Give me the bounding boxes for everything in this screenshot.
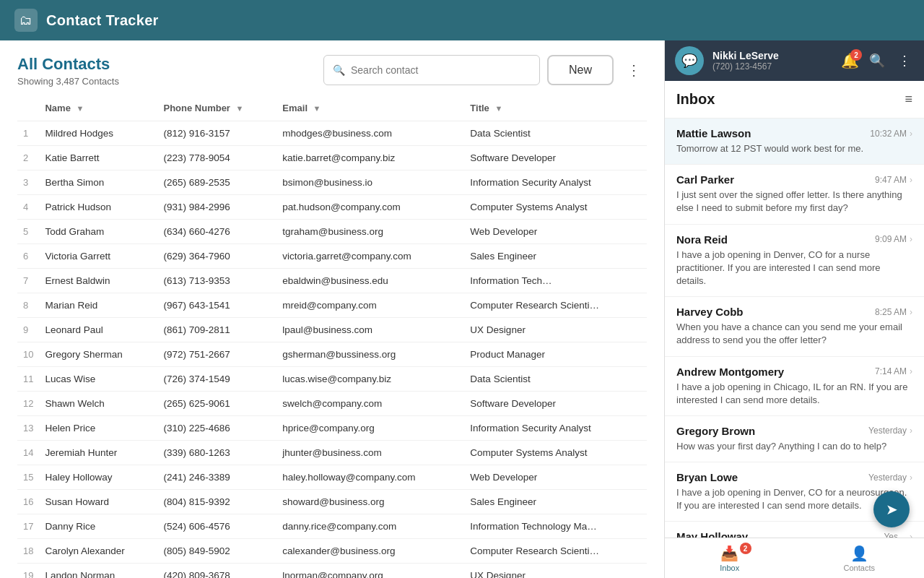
menu-button[interactable]: ⋮ (895, 50, 914, 72)
filter-icon[interactable]: ≡ (905, 92, 912, 107)
contact-phone: (972) 751-2667 (157, 342, 276, 367)
message-time: 10:32 AM › (870, 129, 912, 139)
table-row[interactable]: 12 Shawn Welch (265) 625-9061 swelch@com… (17, 392, 647, 416)
table-row[interactable]: 9 Leonard Paul (861) 709-2811 lpaul@busi… (17, 318, 647, 342)
message-item[interactable]: Nora Reid 9:09 AM › I have a job opening… (665, 225, 924, 298)
contact-title: Computer Systems Analyst (464, 195, 647, 220)
contact-email: lucas.wise@company.biz (276, 367, 464, 392)
row-number: 16 (17, 490, 39, 514)
contact-name: Helen Price (39, 416, 157, 441)
message-header: Harvey Cobb 8:25 AM › (676, 306, 912, 318)
message-item[interactable]: Gregory Brown Yesterday › How was your f… (665, 416, 924, 462)
contact-title: UX Designer (464, 318, 647, 342)
phone-column-header[interactable]: Phone Number ▼ (157, 95, 276, 121)
contact-email: swelch@company.com (276, 392, 464, 416)
table-row[interactable]: 18 Carolyn Alexander (805) 849-5902 cale… (17, 539, 647, 564)
table-row[interactable]: 5 Todd Graham (634) 660-4276 tgraham@bus… (17, 220, 647, 244)
contact-name: Lucas Wise (39, 367, 157, 392)
message-sender: Andrew Montgomery (676, 366, 784, 378)
search-box[interactable]: 🔍 (323, 55, 540, 85)
message-preview: I have a job opening in Chicago, IL for … (676, 381, 912, 407)
search-input[interactable] (351, 64, 531, 76)
app-title: Contact Tracker (46, 12, 159, 29)
row-number: 7 (17, 269, 39, 293)
contact-name: Katie Barrett (39, 146, 157, 171)
contact-title: Information Tech… (464, 269, 647, 293)
table-row[interactable]: 16 Susan Howard (804) 815-9392 showard@b… (17, 490, 647, 514)
left-panel: All Contacts Showing 3,487 Contacts 🔍 Ne… (0, 40, 664, 578)
message-header: Bryan Lowe Yesterday › (676, 471, 912, 483)
contact-title: Information Security Analyst (464, 171, 647, 195)
inbox-tab-label: Inbox (720, 564, 739, 572)
inbox-tab[interactable]: 📥 Inbox 2 (665, 538, 795, 578)
user-info: Nikki LeServe (720) 123-4567 (712, 50, 832, 72)
message-time: 7:14 AM › (875, 366, 912, 376)
contact-name: Danny Rice (39, 514, 157, 539)
table-row[interactable]: 2 Katie Barrett (223) 778-9054 katie.bar… (17, 146, 647, 171)
table-row[interactable]: 6 Victoria Garrett (629) 364-7960 victor… (17, 244, 647, 269)
notification-badge: 2 (850, 49, 862, 61)
contact-email: showard@business.org (276, 490, 464, 514)
contact-title: Web Developer (464, 465, 647, 490)
row-number: 14 (17, 441, 39, 465)
row-number: 8 (17, 293, 39, 318)
table-row[interactable]: 8 Marian Reid (967) 643-1541 mreid@compa… (17, 293, 647, 318)
message-item[interactable]: Mattie Lawson 10:32 AM › Tomorrow at 12 … (665, 118, 924, 165)
table-row[interactable]: 17 Danny Rice (524) 606-4576 danny.rice@… (17, 514, 647, 539)
contact-title: Software Developer (464, 146, 647, 171)
more-options-button[interactable]: ⋮ (621, 56, 647, 85)
contact-name: Patrick Hudson (39, 195, 157, 220)
table-row[interactable]: 11 Lucas Wise (726) 374-1549 lucas.wise@… (17, 367, 647, 392)
row-number: 1 (17, 121, 39, 146)
table-row[interactable]: 19 Landon Norman (420) 809-3678 lnorman@… (17, 564, 647, 579)
contacts-tab-label: Contacts (844, 564, 875, 572)
table-row[interactable]: 1 Mildred Hodges (812) 916-3157 mhodges@… (17, 121, 647, 146)
title-column-header[interactable]: Title ▼ (464, 95, 647, 121)
table-row[interactable]: 14 Jeremiah Hunter (339) 680-1263 jhunte… (17, 441, 647, 465)
contact-name: Carolyn Alexander (39, 539, 157, 564)
table-row[interactable]: 15 Haley Holloway (241) 246-3389 haley.h… (17, 465, 647, 490)
contact-phone: (265) 689-2535 (157, 171, 276, 195)
table-row[interactable]: 3 Bertha Simon (265) 689-2535 bsimon@bus… (17, 171, 647, 195)
contact-title: Computer Research Scienti… (464, 539, 647, 564)
contact-phone: (805) 849-5902 (157, 539, 276, 564)
table-row[interactable]: 7 Ernest Baldwin (613) 713-9353 ebaldwin… (17, 269, 647, 293)
contact-email: tgraham@business.org (276, 220, 464, 244)
inbox-tab-icon: 📥 (720, 545, 738, 562)
table-row[interactable]: 4 Patrick Hudson (931) 984-2996 pat.huds… (17, 195, 647, 220)
contact-name: Bertha Simon (39, 171, 157, 195)
name-column-header[interactable]: Name ▼ (39, 95, 157, 121)
search-button[interactable]: 🔍 (866, 50, 888, 72)
message-time: Yes… › (884, 532, 912, 538)
phone-sort-icon: ▼ (236, 104, 244, 113)
contact-name: Gregory Sherman (39, 342, 157, 367)
message-item[interactable]: Harvey Cobb 8:25 AM › When you have a ch… (665, 297, 924, 356)
contacts-tab[interactable]: 👤 Contacts (795, 538, 925, 578)
new-button[interactable]: New (547, 55, 614, 85)
search-icon: 🔍 (333, 64, 345, 76)
chat-bubble-icon: 💬 (675, 46, 704, 75)
main-layout: All Contacts Showing 3,487 Contacts 🔍 Ne… (0, 40, 924, 578)
message-item[interactable]: Andrew Montgomery 7:14 AM › I have a job… (665, 357, 924, 416)
contact-email: haley.holloway@company.com (276, 465, 464, 490)
contact-title: Computer Systems Analyst (464, 441, 647, 465)
notification-area: 🔔 2 🔍 ⋮ (841, 50, 914, 72)
name-sort-icon: ▼ (77, 104, 84, 113)
contact-phone: (634) 660-4276 (157, 220, 276, 244)
email-column-header[interactable]: Email ▼ (276, 95, 464, 121)
message-header: Mattie Lawson 10:32 AM › (676, 127, 912, 139)
message-item[interactable]: Carl Parker 9:47 AM › I just sent over t… (665, 165, 924, 224)
contact-title: UX Designer (464, 564, 647, 579)
table-row[interactable]: 10 Gregory Sherman (972) 751-2667 gsherm… (17, 342, 647, 367)
contact-email: mreid@company.com (276, 293, 464, 318)
contact-phone: (629) 364-7960 (157, 244, 276, 269)
email-sort-icon: ▼ (313, 104, 321, 113)
contacts-table-wrap: Name ▼ Phone Number ▼ Email ▼ Title ▼ 1 … (0, 95, 664, 578)
notification-button[interactable]: 🔔 2 (841, 52, 859, 69)
contact-count: Showing 3,487 Contacts (17, 76, 119, 87)
user-phone: (720) 123-4567 (712, 61, 832, 72)
contact-name: Shawn Welch (39, 392, 157, 416)
table-row[interactable]: 13 Helen Price (310) 225-4686 hprice@com… (17, 416, 647, 441)
send-float-button[interactable]: ➤ (873, 491, 910, 527)
row-number: 19 (17, 564, 39, 579)
